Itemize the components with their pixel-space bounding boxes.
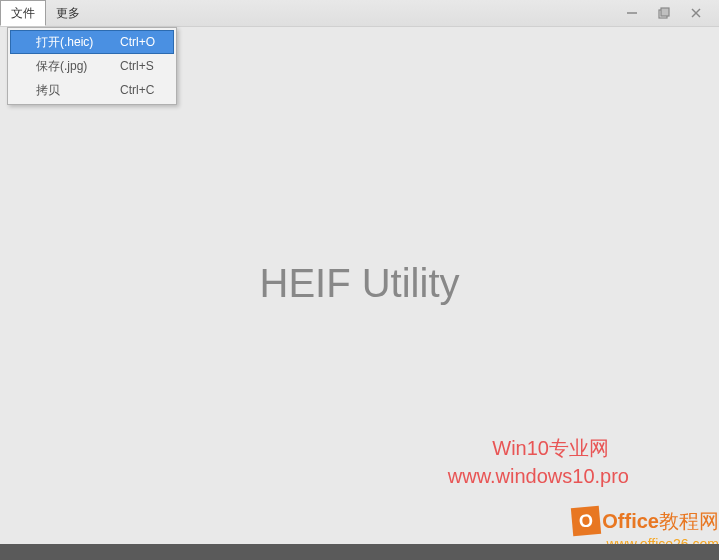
app-window: 文件 更多 HEIF Utility Win10专业网 www.windows1… bbox=[0, 0, 719, 560]
office-logo-icon: O bbox=[571, 506, 601, 536]
maximize-icon bbox=[658, 7, 670, 19]
menu-copy-label: 拷贝 bbox=[36, 82, 120, 99]
menu-save-shortcut: Ctrl+S bbox=[120, 59, 170, 73]
title-bar: 文件 更多 bbox=[0, 0, 719, 27]
menu-copy[interactable]: 拷贝 Ctrl+C bbox=[10, 78, 174, 102]
minimize-button[interactable] bbox=[625, 6, 639, 20]
svg-rect-2 bbox=[661, 8, 669, 16]
menu-open-shortcut: Ctrl+O bbox=[120, 35, 170, 49]
menu-open-heic[interactable]: 打开(.heic) Ctrl+O bbox=[10, 30, 174, 54]
bottom-strip bbox=[0, 544, 719, 560]
maximize-button[interactable] bbox=[657, 6, 671, 20]
menu-save-label: 保存(.jpg) bbox=[36, 58, 120, 75]
menu-open-label: 打开(.heic) bbox=[36, 34, 120, 51]
app-title: HEIF Utility bbox=[260, 261, 460, 306]
menu-copy-shortcut: Ctrl+C bbox=[120, 83, 170, 97]
menu-file[interactable]: 文件 bbox=[0, 0, 46, 26]
watermark-office-brand: Office bbox=[602, 510, 659, 533]
menu-save-jpg[interactable]: 保存(.jpg) Ctrl+S bbox=[10, 54, 174, 78]
watermark-office-suffix: 教程网 bbox=[659, 508, 719, 535]
watermark-office: O Office教程网 bbox=[572, 507, 719, 535]
menu-more[interactable]: 更多 bbox=[46, 0, 90, 26]
content-area: HEIF Utility Win10专业网 www.windows10.pro … bbox=[0, 27, 719, 560]
menu-bar: 文件 更多 bbox=[0, 0, 90, 26]
watermark-url: www.windows10.pro bbox=[448, 465, 629, 488]
minimize-icon bbox=[626, 7, 638, 19]
watermark-brand: Win10专业网 bbox=[492, 435, 609, 462]
close-button[interactable] bbox=[689, 6, 703, 20]
file-dropdown: 打开(.heic) Ctrl+O 保存(.jpg) Ctrl+S 拷贝 Ctrl… bbox=[7, 27, 177, 105]
window-controls bbox=[625, 6, 719, 20]
close-icon bbox=[690, 7, 702, 19]
